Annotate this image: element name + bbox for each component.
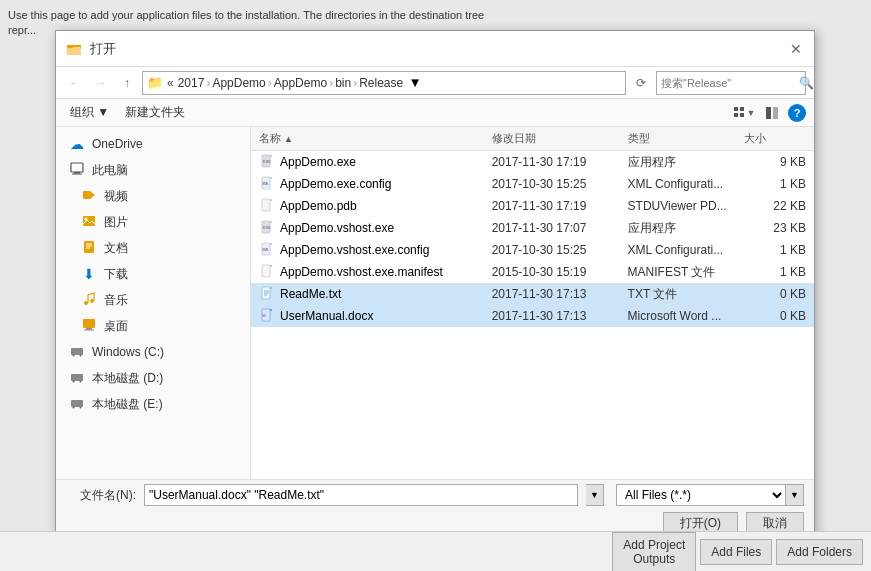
refresh-button[interactable]: ⟳: [630, 72, 652, 94]
sidebar-label-thispc: 此电脑: [92, 162, 128, 179]
svg-point-32: [73, 406, 75, 408]
filetype-select[interactable]: All Files (*.*): [616, 484, 786, 506]
file-row-selected[interactable]: W UserManual.docx 2017-11-30 17:13 Micro…: [251, 305, 814, 327]
file-name-cell: XML AppDemo.vshost.exe.config: [251, 242, 484, 259]
sidebar-item-pictures[interactable]: 图片: [56, 209, 250, 235]
sidebar-label-music: 音乐: [104, 292, 128, 309]
sidebar-item-thispc[interactable]: 此电脑: [56, 157, 250, 183]
filename-row: 文件名(N): ▼ All Files (*.*) ▼: [66, 484, 804, 506]
svg-rect-16: [84, 241, 94, 253]
file-row[interactable]: AppDemo.vshost.exe.manifest 2015-10-30 1…: [251, 261, 814, 283]
file-row-selected[interactable]: ReadMe.txt 2017-11-30 17:13 TXT 文件 0 KB: [251, 283, 814, 305]
exe-icon: EXE: [259, 154, 275, 171]
sidebar-label-drive-e: 本地磁盘 (E:): [92, 396, 163, 413]
file-row[interactable]: EXE AppDemo.exe 2017-11-30 17:19 应用程序 9 …: [251, 151, 814, 173]
dialog-titlebar: 打开 ✕: [56, 31, 814, 67]
svg-rect-51: [270, 243, 272, 245]
sidebar-label-drive-c: Windows (C:): [92, 345, 164, 359]
drive-d-icon: [68, 370, 86, 387]
svg-rect-22: [83, 319, 95, 328]
sidebar-item-drive-d[interactable]: 本地磁盘 (D:): [56, 365, 250, 391]
svg-rect-8: [773, 107, 778, 119]
file-row[interactable]: XML AppDemo.exe.config 2017-10-30 15:25 …: [251, 173, 814, 195]
svg-rect-25: [71, 348, 83, 355]
organize-button[interactable]: 组织 ▼: [64, 102, 115, 124]
sidebar-label-downloads: 下载: [104, 266, 128, 283]
downloads-icon: ⬇: [80, 266, 98, 282]
dialog-content: ☁ OneDrive 此电脑 视频: [56, 127, 814, 479]
svg-rect-28: [71, 374, 83, 381]
manifest-icon: [259, 264, 275, 281]
file-name-cell: AppDemo.pdb: [251, 198, 484, 215]
sidebar-item-desktop[interactable]: 桌面: [56, 313, 250, 339]
add-files-button[interactable]: Add Files: [700, 539, 772, 565]
organize-toolbar: 组织 ▼ 新建文件夹 ▼ ?: [56, 99, 814, 127]
file-row[interactable]: XML AppDemo.vshost.exe.config 2017-10-30…: [251, 239, 814, 261]
sidebar-label-drive-d: 本地磁盘 (D:): [92, 370, 163, 387]
address-bar[interactable]: 📁 « 2017 › AppDemo › AppDemo › bin › Rel…: [142, 71, 626, 95]
sidebar-label-desktop: 桌面: [104, 318, 128, 335]
help-button[interactable]: ?: [788, 104, 806, 122]
filetype-dropdown-button[interactable]: ▼: [786, 484, 804, 506]
svg-point-27: [80, 354, 82, 356]
svg-rect-4: [740, 107, 744, 111]
filename-dropdown-button[interactable]: ▼: [586, 484, 604, 506]
svg-rect-23: [86, 328, 92, 330]
pictures-icon: [80, 214, 98, 231]
svg-rect-40: [270, 177, 272, 179]
dialog-bottom: 文件名(N): ▼ All Files (*.*) ▼ 打开(O) 取消: [56, 479, 814, 539]
svg-rect-47: [270, 221, 272, 223]
column-name[interactable]: 名称 ▲: [251, 131, 484, 146]
forward-button[interactable]: →: [90, 72, 112, 94]
svg-rect-44: [270, 199, 272, 201]
svg-text:XML: XML: [262, 182, 269, 186]
svg-rect-53: [262, 265, 270, 277]
sidebar-item-onedrive[interactable]: ☁ OneDrive: [56, 131, 250, 157]
sidebar-item-documents[interactable]: 文档: [56, 235, 250, 261]
thispc-icon: [68, 162, 86, 179]
add-folders-button[interactable]: Add Folders: [776, 539, 863, 565]
file-row[interactable]: EXE AppDemo.vshost.exe 2017-11-30 17:07 …: [251, 217, 814, 239]
sidebar-item-drive-e[interactable]: 本地磁盘 (E:): [56, 391, 250, 417]
svg-rect-6: [740, 113, 744, 117]
svg-point-33: [80, 406, 82, 408]
pdb-icon: [259, 198, 275, 215]
svg-point-29: [73, 380, 75, 382]
svg-marker-13: [91, 192, 95, 198]
new-folder-button[interactable]: 新建文件夹: [119, 102, 191, 124]
svg-rect-42: [262, 199, 270, 211]
search-input[interactable]: [661, 77, 799, 89]
search-box: 🔍: [656, 71, 806, 95]
file-list-area: 名称 ▲ 修改日期 类型 大小 EXE AppDemo.exe 2017-11-…: [251, 127, 814, 479]
filename-input[interactable]: [144, 484, 578, 506]
svg-rect-14: [83, 216, 95, 226]
desktop-icon: [80, 318, 98, 335]
column-date[interactable]: 修改日期: [484, 131, 620, 146]
column-size[interactable]: 大小: [736, 131, 814, 146]
dialog-close-button[interactable]: ✕: [786, 39, 806, 59]
column-type[interactable]: 类型: [620, 131, 737, 146]
config-icon: XML: [259, 176, 275, 193]
view-pane-button[interactable]: [760, 102, 784, 124]
docx-icon: W: [259, 308, 275, 325]
sidebar-item-drive-c[interactable]: Windows (C:): [56, 339, 250, 365]
footer-bar: Add Project Outputs Add Files Add Folder…: [0, 531, 871, 571]
video-icon: [80, 188, 98, 205]
sidebar-item-music[interactable]: 音乐: [56, 287, 250, 313]
file-name-cell: AppDemo.vshost.exe.manifest: [251, 264, 484, 281]
sidebar-item-video[interactable]: 视频: [56, 183, 250, 209]
up-button[interactable]: ↑: [116, 72, 138, 94]
back-button[interactable]: ←: [64, 72, 86, 94]
svg-rect-58: [270, 287, 272, 289]
file-row[interactable]: AppDemo.pdb 2017-11-30 17:19 STDUViewer …: [251, 195, 814, 217]
add-project-outputs-button[interactable]: Add Project Outputs: [612, 532, 696, 572]
sidebar: ☁ OneDrive 此电脑 视频: [56, 127, 251, 479]
svg-rect-36: [270, 155, 272, 157]
sidebar-label-pictures: 图片: [104, 214, 128, 231]
svg-text:EXE: EXE: [263, 225, 271, 230]
address-dropdown-button[interactable]: ▼: [407, 71, 423, 95]
filename-label: 文件名(N):: [66, 487, 136, 504]
view-options-button[interactable]: ▼: [732, 102, 756, 124]
file-name-cell: EXE AppDemo.vshost.exe: [251, 220, 484, 237]
sidebar-item-downloads[interactable]: ⬇ 下载: [56, 261, 250, 287]
